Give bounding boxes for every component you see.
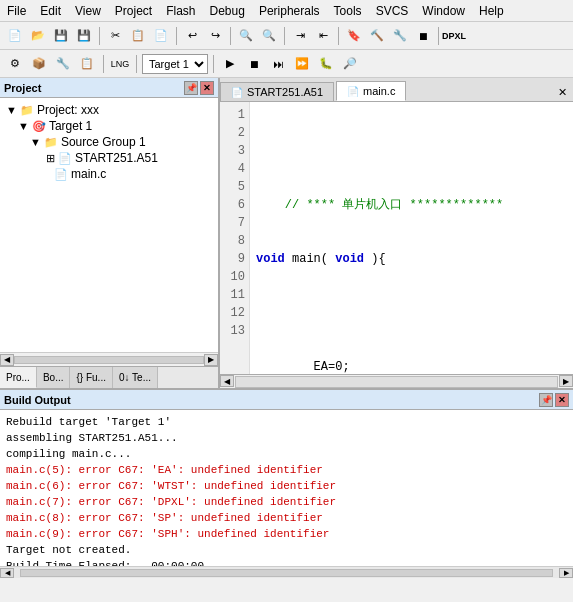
tree-start251[interactable]: ⊞ 📄 START251.A51 [0,150,218,166]
menu-tools[interactable]: Tools [327,2,369,20]
menu-flash[interactable]: Flash [159,2,202,20]
code-line-1 [256,142,567,160]
tab-templates[interactable]: 0↓ Te... [113,367,158,388]
code-area[interactable]: 1 2 3 4 5 6 7 8 9 10 11 12 13 // **** 单片… [220,102,573,374]
tb-save[interactable]: 💾 [50,25,72,47]
tree-mainc[interactable]: 📄 main.c [0,166,218,182]
tb-redo[interactable]: ↪ [204,25,226,47]
tb2-dbg[interactable]: 🐛 [315,53,337,75]
tb-dpxl[interactable]: DPXL [443,25,465,47]
tree-target[interactable]: ▼ 🎯 Target 1 [0,118,218,134]
build-titlebar-btns: 📌 ✕ [539,393,569,407]
build-scroll-left[interactable]: ◀ [0,568,14,578]
tb-bookmark[interactable]: 🔖 [343,25,365,47]
target-icon: 🎯 [32,120,46,133]
project-folder-icon: 📁 [20,104,34,117]
build-line-4: main.c(5): error C67: 'EA': undefined id… [6,462,567,478]
tb-indent[interactable]: ⇥ [289,25,311,47]
project-close-btn[interactable]: ✕ [200,81,214,95]
tree-scroll-track[interactable] [14,356,204,364]
code-content[interactable]: // **** 单片机入口 ************* void main( v… [250,102,573,374]
project-panel: Project 📌 ✕ ▼ 📁 Project: xxx ▼ 🎯 Target … [0,78,220,388]
menu-svcs[interactable]: SVCS [369,2,416,20]
toolbar-row1: 📄 📂 💾 💾 ✂ 📋 📄 ↩ ↪ 🔍 🔍 ⇥ ⇤ 🔖 🔨 🔧 ⏹ DPXL [0,22,573,50]
tb-stop[interactable]: ⏹ [412,25,434,47]
build-pin-btn[interactable]: 📌 [539,393,553,407]
tb-undo[interactable]: ↩ [181,25,203,47]
tree-source-group[interactable]: ▼ 📁 Source Group 1 [0,134,218,150]
tb2-step[interactable]: ⏭ [267,53,289,75]
ln-8: 8 [220,232,245,250]
menu-edit[interactable]: Edit [33,2,68,20]
editor-scroll-right[interactable]: ▶ [559,375,573,387]
file-icon-start251: 📄 [58,152,72,165]
tab-functions[interactable]: {} Fu... [70,367,112,388]
editor-scroll-left[interactable]: ◀ [220,375,234,387]
tab-books[interactable]: Bo... [37,367,71,388]
tb-save-all[interactable]: 💾 [73,25,95,47]
ln-2: 2 [220,124,245,142]
main-area: Project 📌 ✕ ▼ 📁 Project: xxx ▼ 🎯 Target … [0,78,573,388]
tb2-step2[interactable]: ⏩ [291,53,313,75]
tb2-btn1[interactable]: ⚙ [4,53,26,75]
tab-start251-label: START251.A51 [247,86,323,98]
tree-scroll-left[interactable]: ◀ [0,354,14,366]
ln-3: 3 [220,142,245,160]
editor-scroll-track[interactable] [235,376,558,388]
menu-help[interactable]: Help [472,2,511,20]
tb2-btn4[interactable]: 📋 [76,53,98,75]
project-pin-btn[interactable]: 📌 [184,81,198,95]
tb2-lang[interactable]: LNG [109,53,131,75]
build-content[interactable]: Rebuild target 'Target 1' assembling STA… [0,410,573,566]
tb-paste[interactable]: 📄 [150,25,172,47]
sep1 [99,27,100,45]
tb-outdent[interactable]: ⇤ [312,25,334,47]
tb-rebuild[interactable]: 🔧 [389,25,411,47]
menubar: File Edit View Project Flash Debug Perip… [0,0,573,22]
tab-project[interactable]: Pro... [0,367,37,388]
tb2-btn3[interactable]: 🔧 [52,53,74,75]
editor-close-btn[interactable]: ✕ [552,84,573,101]
tree-project[interactable]: ▼ 📁 Project: xxx [0,102,218,118]
editor-hscrollbar[interactable]: ◀ ▶ [220,374,573,388]
menu-window[interactable]: Window [415,2,472,20]
menu-debug[interactable]: Debug [203,2,252,20]
tb2-run[interactable]: ▶ [219,53,241,75]
tree-scroll-right[interactable]: ▶ [204,354,218,366]
expand-icon-source: ▼ [30,136,41,148]
sep2 [176,27,177,45]
build-line-5: main.c(6): error C67: 'WTST': undefined … [6,478,567,494]
expand-btn-start251: ⊞ [46,152,55,165]
build-line-2: assembling START251.A51... [6,430,567,446]
tree-hscrollbar[interactable]: ◀ ▶ [0,352,218,366]
target-select[interactable]: Target 1 [142,54,208,74]
tb2-dbg2[interactable]: 🔎 [339,53,361,75]
menu-view[interactable]: View [68,2,108,20]
build-close-btn[interactable]: ✕ [555,393,569,407]
tb-copy[interactable]: 📋 [127,25,149,47]
tb-cut[interactable]: ✂ [104,25,126,47]
project-panel-tabs: Pro... Bo... {} Fu... 0↓ Te... [0,366,218,388]
project-tree[interactable]: ▼ 📁 Project: xxx ▼ 🎯 Target 1 ▼ 📁 Source… [0,98,218,352]
menu-peripherals[interactable]: Peripherals [252,2,327,20]
sep3 [230,27,231,45]
tb-open[interactable]: 📂 [27,25,49,47]
menu-file[interactable]: File [0,2,33,20]
tb-build[interactable]: 🔨 [366,25,388,47]
tb2-stop[interactable]: ⏹ [243,53,265,75]
tab-mainc[interactable]: 📄 main.c [336,81,406,101]
build-scroll-right[interactable]: ▶ [559,568,573,578]
build-hscrollbar[interactable]: ◀ ▶ [0,566,573,578]
tb-find[interactable]: 🔍 [235,25,257,47]
menu-project[interactable]: Project [108,2,159,20]
bottom-panel: Build Output 📌 ✕ Rebuild target 'Target … [0,388,573,578]
tb2-btn2[interactable]: 📦 [28,53,50,75]
tb-find-next[interactable]: 🔍 [258,25,280,47]
build-scroll-track[interactable] [20,569,553,577]
tab-start251[interactable]: 📄 START251.A51 [220,82,334,101]
build-title-label: Build Output [4,394,71,406]
tb-new[interactable]: 📄 [4,25,26,47]
project-titlebar: Project 📌 ✕ [0,78,218,98]
tree-mainc-label: main.c [71,167,106,181]
build-line-1: Rebuild target 'Target 1' [6,414,567,430]
